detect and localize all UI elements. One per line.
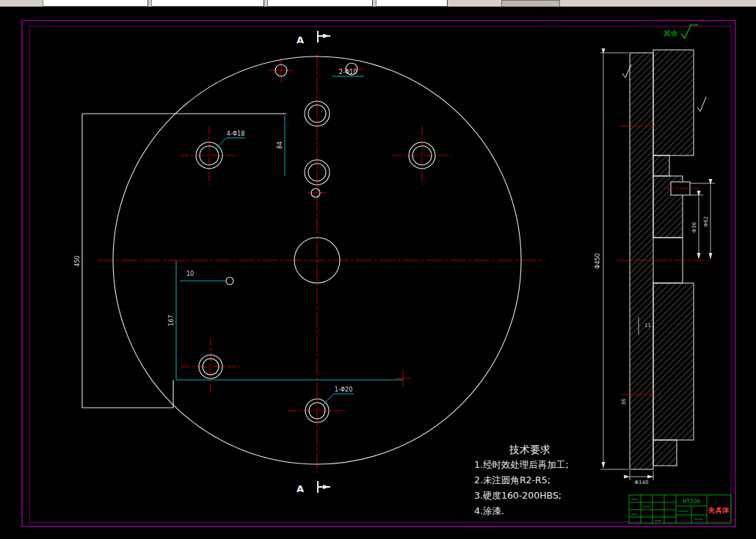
dim-corner-holes: 4-Φ18 <box>227 131 244 137</box>
section-label-top: A <box>297 34 304 45</box>
dim-step: 84 <box>277 142 283 149</box>
toolbar-field-4[interactable] <box>376 0 448 7</box>
dim-slot-v: 167 <box>168 315 175 326</box>
drawing-canvas[interactable]: 2-Φ10 4-Φ18 1-Φ20 450 84 167 10 A A <box>0 7 756 539</box>
section-label-bottom: A <box>297 483 304 494</box>
toolbar-field-2[interactable] <box>151 0 264 7</box>
tech-item-2: 2.未注圆角R2-R5; <box>474 474 550 485</box>
dim-section-web: 36 <box>621 398 627 405</box>
tech-item-4: 4.涂漆. <box>474 505 504 516</box>
cad-window: 2-Φ10 4-Φ18 1-Φ20 450 84 167 10 A A <box>0 0 756 539</box>
tech-item-3: 3.硬度160-200HBS; <box>474 490 561 501</box>
title-block-material: HT200 <box>683 498 701 505</box>
dim-overall: 450 <box>74 255 81 266</box>
tech-item-1: 1.经时效处理后再加工; <box>474 459 569 470</box>
tech-requirements-title: 技术要求 <box>509 444 550 455</box>
dim-section-bore-outer: Φ62 <box>703 216 709 227</box>
dim-section-outer: Φ450 <box>595 253 601 269</box>
surface-note-text: 其余 <box>664 29 678 37</box>
dim-top-holes: 2-Φ10 <box>339 69 357 76</box>
toolbar-field-3[interactable] <box>267 0 373 7</box>
toolbar-field-1[interactable] <box>43 0 148 7</box>
dim-section-boss: Φ140 <box>635 480 649 485</box>
dim-section-step: 11 <box>644 323 651 329</box>
dim-section-bore-inner: Φ36 <box>691 221 697 232</box>
toolbar <box>0 0 756 7</box>
title-block-part-name: 夹具体 <box>708 506 730 514</box>
dim-bottom-hole: 1-Φ20 <box>335 386 352 393</box>
dim-slot-h: 10 <box>186 271 194 277</box>
